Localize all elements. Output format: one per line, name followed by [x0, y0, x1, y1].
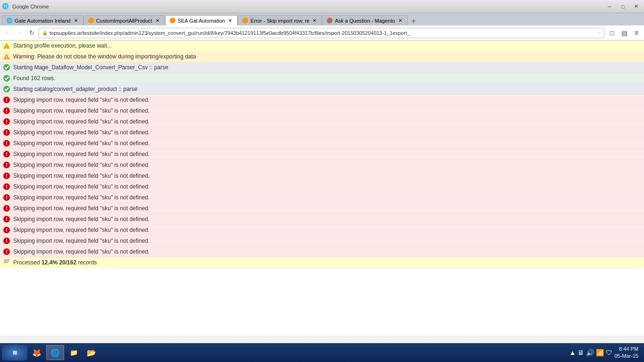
- close-button[interactable]: ✕: [630, 2, 642, 11]
- start-button[interactable]: ⊞: [2, 345, 27, 361]
- taskbar: ⊞ 🦊 🌐 📁 📂 ▲ 🖥 🔊 📶 🛡 8:44 PM 05-Mar-15: [0, 343, 644, 362]
- taskbar-app-firefox[interactable]: 🦊: [28, 345, 45, 360]
- maximize-button[interactable]: □: [617, 2, 629, 11]
- svg-text:!: !: [6, 195, 8, 200]
- log-icon-19: !: [3, 248, 10, 255]
- svg-point-5: [3, 75, 10, 82]
- tab-favicon-2: 🟠: [88, 17, 94, 24]
- svg-text:!: !: [6, 119, 8, 124]
- log-text-4: Starting catalog/convert_adapter_product…: [13, 86, 138, 92]
- clock-time: 8:44 PM: [614, 346, 638, 353]
- chrome-icon: 🌐: [50, 348, 60, 357]
- svg-text:!: !: [6, 249, 8, 255]
- taskbar-app-chrome[interactable]: 🌐: [46, 345, 64, 360]
- tab-close-4[interactable]: ✕: [311, 17, 318, 24]
- log-icon-12: !: [3, 172, 10, 180]
- tab-gate-automation-ireland[interactable]: 🌐 Gate Automation Ireland ✕: [2, 15, 83, 25]
- tab-bar: 🌐 Gate Automation Ireland ✕ 🟠 CustomImpo…: [0, 13, 644, 25]
- tray-speaker-icon[interactable]: 🔊: [586, 349, 594, 356]
- tab-custom-import[interactable]: 🟠 CustomImportAllProduct ✕: [83, 15, 165, 25]
- log-text-8: Skipping import row, required field "sku…: [13, 129, 149, 136]
- new-tab-button[interactable]: +: [410, 17, 418, 25]
- tray-chevron-icon[interactable]: ▲: [569, 349, 576, 356]
- log-text-17: Skipping import row, required field "sku…: [13, 227, 149, 233]
- tab-label-1: Gate Automation Ireland: [15, 18, 71, 24]
- log-row-7: !Skipping import row, required field "sk…: [0, 116, 644, 127]
- log-text-15: Skipping import row, required field "sku…: [13, 205, 149, 212]
- taskbar-app-filezilla[interactable]: 📁: [65, 345, 82, 360]
- tab-sea-gat-automation[interactable]: 🟠 SEA Gat Automation ✕: [165, 15, 238, 25]
- address-text: topsupplies.ie/testsite/index.php/admin1…: [50, 30, 595, 36]
- log-text-7: Skipping import row, required field "sku…: [13, 118, 149, 125]
- svg-text:!: !: [6, 162, 8, 168]
- filezilla-icon: 📁: [69, 348, 78, 357]
- reader-mode-button[interactable]: ⊡: [606, 27, 618, 39]
- clock-date: 05-Mar-15: [614, 353, 638, 360]
- start-icon: ⊞: [13, 350, 17, 356]
- svg-text:!: !: [6, 227, 8, 233]
- log-row-1: !Warning: Please do not close the window…: [0, 51, 644, 62]
- log-row-0: !Starting profile execution, please wait…: [0, 41, 644, 51]
- log-text-2: Starting Mage_Dataflow_Model_Convert_Par…: [13, 64, 168, 71]
- log-row-5: !Skipping import row, required field "sk…: [0, 95, 644, 106]
- log-icon-17: !: [3, 226, 10, 234]
- log-row-2: Starting Mage_Dataflow_Model_Convert_Par…: [0, 62, 644, 73]
- tab-label-3: SEA Gat Automation: [178, 18, 225, 24]
- svg-text:!: !: [6, 140, 8, 146]
- log-text-5: Skipping import row, required field "sku…: [13, 97, 149, 103]
- tab-close-5[interactable]: ✕: [397, 17, 404, 24]
- svg-text:!: !: [6, 130, 8, 135]
- system-clock[interactable]: 8:44 PM 05-Mar-15: [614, 346, 638, 360]
- tray-security-icon[interactable]: 🛡: [606, 349, 612, 356]
- svg-text:!: !: [6, 55, 8, 60]
- tab-label-2: CustomImportAllProduct: [96, 18, 152, 24]
- svg-text:!: !: [6, 97, 8, 103]
- tray-network-icon[interactable]: 🖥: [578, 349, 584, 356]
- log-icon-9: !: [3, 140, 10, 147]
- log-icon-20: [3, 259, 10, 266]
- log-text-14: Skipping import row, required field "sku…: [13, 194, 149, 201]
- tab-favicon-5: 🟤: [326, 17, 333, 24]
- tab-label-4: Error - Skip import row, re: [250, 18, 309, 24]
- log-row-4: Starting catalog/convert_adapter_product…: [0, 84, 644, 95]
- tab-close-2[interactable]: ✕: [154, 17, 161, 24]
- log-row-3: Found 162 rows.: [0, 73, 644, 84]
- menu-button[interactable]: ≡: [631, 27, 642, 39]
- log-icon-16: !: [3, 215, 10, 223]
- reload-button[interactable]: ↻: [26, 28, 37, 38]
- tray-network2-icon[interactable]: 📶: [596, 349, 604, 356]
- log-icon-6: !: [3, 107, 10, 115]
- minimize-button[interactable]: ─: [603, 2, 616, 11]
- svg-text:!: !: [6, 173, 8, 179]
- svg-text:!: !: [6, 44, 8, 49]
- tab-error-skip[interactable]: 🟠 Error - Skip import row, re ✕: [238, 15, 322, 25]
- svg-text:!: !: [6, 151, 8, 157]
- log-icon-3: [3, 74, 10, 82]
- tab-ask-question[interactable]: 🟤 Ask a Question - Magento ✕: [322, 15, 407, 25]
- log-text-19: Skipping import row, required field "sku…: [13, 248, 149, 255]
- address-bar-input[interactable]: 🔒 topsupplies.ie/testsite/index.php/admi…: [39, 28, 604, 38]
- address-security-icon: 🔒: [42, 30, 48, 35]
- log-row-9: !Skipping import row, required field "sk…: [0, 138, 644, 149]
- svg-text:!: !: [6, 108, 8, 114]
- browser-icon: 🌐: [2, 3, 9, 10]
- tab-label-5: Ask a Question - Magento: [335, 18, 395, 24]
- tab-close-3[interactable]: ✕: [227, 17, 233, 24]
- log-icon-8: !: [3, 129, 10, 136]
- log-icon-0: !: [3, 42, 10, 49]
- window-controls: ─ □ ✕: [603, 2, 642, 11]
- log-text-0: Starting profile execution, please wait.…: [13, 42, 112, 49]
- extensions-button[interactable]: ▤: [619, 27, 630, 39]
- log-text-3: Found 162 rows.: [13, 75, 55, 82]
- tab-close-1[interactable]: ✕: [73, 17, 79, 24]
- taskbar-app-explorer[interactable]: 📂: [83, 345, 100, 360]
- log-row-14: !Skipping import row, required field "sk…: [0, 192, 644, 203]
- log-text-20: Processed 12.4% 20/162 records: [13, 259, 97, 266]
- back-button[interactable]: ←: [2, 28, 12, 38]
- log-text-11: Skipping import row, required field "sku…: [13, 162, 149, 168]
- svg-text:!: !: [6, 206, 8, 211]
- forward-button[interactable]: →: [14, 28, 25, 38]
- star-icon[interactable]: ☆: [597, 30, 601, 35]
- log-icon-13: !: [3, 183, 10, 190]
- system-tray: ▲ 🖥 🔊 📶 🛡 8:44 PM 05-Mar-15: [565, 346, 642, 360]
